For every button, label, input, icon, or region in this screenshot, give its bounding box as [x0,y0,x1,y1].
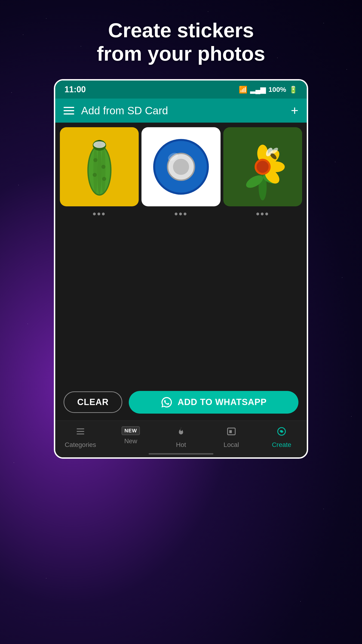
svg-point-11 [102,177,106,181]
nav-item-categories[interactable]: Categories [55,426,106,448]
bee-flower-image [229,133,296,200]
new-badge-icon: NEW [122,426,140,435]
sticker-item-2[interactable]: ••• [141,127,220,220]
add-whatsapp-label: ADD TO WHATSAPP [178,397,267,407]
sticker-thumb-3 [223,127,302,206]
clock: 11:00 [64,85,86,94]
local-label: Local [224,441,239,448]
sticker-thumb-2 [141,127,220,206]
svg-point-3 [101,146,105,194]
svg-point-14 [173,159,189,175]
categories-label: Categories [65,441,96,448]
svg-point-8 [93,158,97,162]
whatsapp-icon [160,396,173,408]
svg-point-7 [93,141,105,148]
svg-rect-33 [76,434,84,434]
nav-item-hot[interactable]: Hot [156,426,206,448]
nav-item-new[interactable]: NEW New [106,426,156,445]
wifi-icon: 📶 [239,86,247,94]
hot-icon [176,426,186,439]
new-label: New [124,438,137,445]
cucumber-image [66,133,133,200]
phone-frame: 11:00 📶 ▂▄▆ 100% 🔋 Add from SD Card + [54,79,308,458]
action-bar: CLEAR ADD TO WHATSAPP [55,384,307,420]
svg-point-2 [97,146,101,194]
add-button[interactable]: + [291,104,299,117]
signal-icon: ▂▄▆ [250,86,266,94]
status-icons: 📶 ▂▄▆ 100% 🔋 [239,86,298,94]
nav-indicator [55,453,307,457]
categories-icon [75,426,85,439]
sticker-area: ••• [55,122,307,222]
app-bar: Add from SD Card + [55,98,307,122]
sticker-menu-2[interactable]: ••• [174,208,188,220]
svg-point-37 [280,430,283,432]
sticker-grid: ••• [60,127,302,220]
create-icon [277,426,287,439]
svg-point-26 [257,161,269,173]
clear-button[interactable]: CLEAR [63,392,122,413]
svg-point-4 [93,146,97,194]
local-icon [226,426,237,439]
nav-item-create[interactable]: Create [256,426,307,448]
app-bar-title: Add from SD Card [81,104,284,117]
sticker-menu-3[interactable]: ••• [256,208,269,220]
nav-item-local[interactable]: Local [206,426,257,448]
svg-point-9 [101,165,105,169]
hamburger-menu-button[interactable] [63,107,74,114]
sticker-item-1[interactable]: ••• [60,127,139,220]
svg-rect-35 [229,430,232,433]
svg-rect-32 [76,431,84,432]
svg-rect-31 [76,428,84,429]
svg-point-10 [93,173,97,177]
bottom-nav: Categories NEW New Hot Local [55,420,307,453]
sticker-thumb-1 [60,127,139,206]
page-title: Create stickers from your photos [97,18,265,65]
sticker-menu-1[interactable]: ••• [93,208,106,220]
empty-area [55,222,307,384]
sticker-item-3[interactable]: ••• [223,127,302,220]
battery-label: 100% [268,86,286,94]
add-to-whatsapp-button[interactable]: ADD TO WHATSAPP [129,391,299,414]
status-bar: 11:00 📶 ▂▄▆ 100% 🔋 [55,80,307,98]
battery-icon: 🔋 [289,86,298,94]
tape-image [147,133,215,200]
create-label: Create [272,441,291,448]
hot-label: Hot [176,441,186,448]
